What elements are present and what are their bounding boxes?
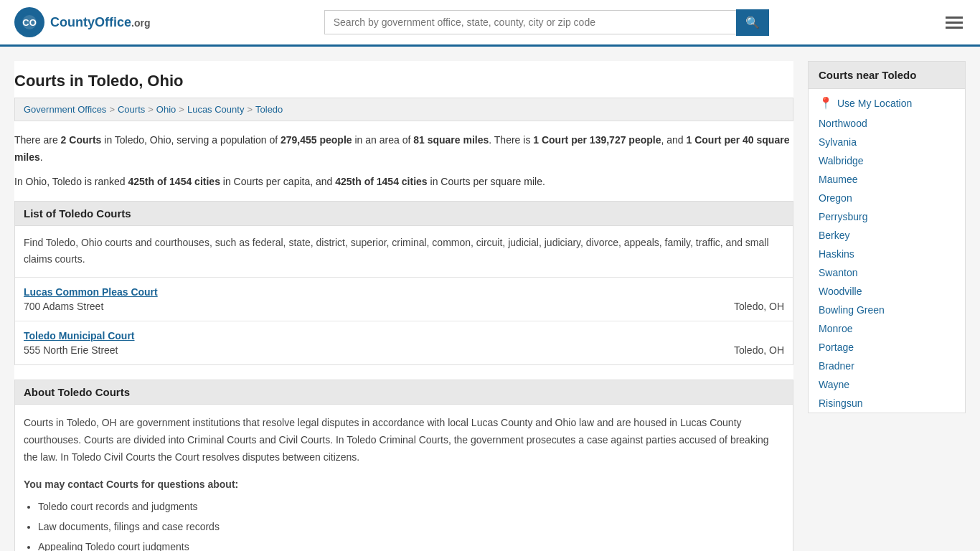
breadcrumb-sep-4: > [247,104,253,115]
court-item-2: Toledo Municipal Court 555 North Erie St… [15,321,793,364]
breadcrumb: Government Offices > Courts > Ohio > Luc… [14,98,793,121]
about-description: Courts in Toledo, OH are government inst… [24,415,784,466]
rank1: 425th of 1454 cities [128,176,220,187]
sidebar-item-portage: Portage [809,338,965,357]
courts-list: Find Toledo, Ohio courts and courthouses… [14,226,793,365]
content-area: Courts in Toledo, Ohio Government Office… [14,61,793,551]
court-1-name: Lucas Common Pleas Court [24,286,784,298]
area: 81 square miles [413,134,489,146]
search-button[interactable]: 🔍 [736,9,769,36]
per-capita: 1 Court per 139,727 people [533,134,661,146]
courts-list-header: List of Toledo Courts [14,201,793,226]
court-2-name: Toledo Municipal Court [24,330,784,342]
use-my-location-container: 📍 Use My Location [809,89,965,114]
search-input[interactable] [324,10,736,34]
sidebar-item-bowling-green: Bowling Green [809,301,965,319]
logo-text: CountyOffice.org [50,15,150,30]
rank2: 425th of 1454 cities [335,176,427,187]
sidebar-item-berkey: Berkey [809,226,965,245]
page-title-area: Courts in Toledo, Ohio [14,61,793,98]
breadcrumb-item-toledo[interactable]: Toledo [255,104,283,115]
court-2-city-state: Toledo, OH [734,344,784,356]
sidebar-title: Courts near Toledo [809,62,965,89]
contact-item-2: Law documents, filings and case records [38,519,784,536]
per-area: 1 Court per 40 square miles [14,134,789,163]
stats-paragraph-1: There are 2 Courts in Toledo, Ohio, serv… [14,132,793,166]
sidebar-item-walbridge: Walbridge [809,151,965,170]
sidebar-item-haskins: Haskins [809,245,965,263]
sidebar-item-maumee: Maumee [809,170,965,189]
court-2-details: 555 North Erie Street Toledo, OH [24,344,784,356]
sidebar-box: Courts near Toledo 📍 Use My Location Nor… [808,61,966,413]
sidebar-item-bradner: Bradner [809,357,965,375]
court-1-city-state: Toledo, OH [734,301,784,312]
logo-icon: CO [14,7,44,37]
contact-header: You may contact Courts for questions abo… [24,476,784,494]
about-section: About Toledo Courts Courts in Toledo, OH… [14,380,793,551]
breadcrumb-item-courts[interactable]: Courts [118,104,145,115]
sidebar-item-monroe: Monroe [809,319,965,338]
contact-item-1: Toledo court records and judgments [38,499,784,516]
breadcrumb-sep-3: > [179,104,184,115]
court-2-address: 555 North Erie Street [24,344,118,356]
stats-section: There are 2 Courts in Toledo, Ohio, serv… [14,121,793,201]
courts-list-section: List of Toledo Courts Find Toledo, Ohio … [14,201,793,365]
sidebar-item-woodville: Woodville [809,282,965,301]
breadcrumb-sep-1: > [109,104,115,115]
sidebar-item-northwood: Northwood [809,114,965,133]
court-1-address: 700 Adams Street [24,301,103,312]
sidebar: Courts near Toledo 📍 Use My Location Nor… [808,61,966,551]
sidebar-item-perrysburg: Perrysburg [809,207,965,226]
menu-bar-1 [946,17,963,19]
sidebar-item-oregon: Oregon [809,189,965,207]
sidebar-item-sylvania: Sylvania [809,133,965,151]
sidebar-item-swanton: Swanton [809,263,965,282]
court-item-1: Lucas Common Pleas Court 700 Adams Stree… [15,278,793,321]
breadcrumb-item-ohio[interactable]: Ohio [156,104,176,115]
stats-paragraph-2: In Ohio, Toledo is ranked 425th of 1454 … [14,174,793,191]
sidebar-item-wayne: Wayne [809,375,965,394]
sidebar-cities: Northwood Sylvania Walbridge Maumee Oreg… [809,114,965,413]
search-area: 🔍 [324,9,769,36]
breadcrumb-item-lucas-county[interactable]: Lucas County [187,104,245,115]
menu-bar-2 [946,22,963,24]
court-2-link[interactable]: Toledo Municipal Court [24,330,135,342]
svg-text:CO: CO [22,17,37,28]
menu-button[interactable] [943,14,966,32]
court-1-link[interactable]: Lucas Common Pleas Court [24,286,158,298]
court-1-details: 700 Adams Street Toledo, OH [24,301,784,312]
contact-item-3: Appealing Toledo court judgments [38,539,784,551]
sidebar-item-risingsun: Risingsun [809,394,965,413]
use-my-location-link[interactable]: Use My Location [837,98,912,109]
population: 279,455 people [281,134,352,146]
courts-description: Find Toledo, Ohio courts and courthouses… [15,226,793,278]
page-title: Courts in Toledo, Ohio [14,72,793,90]
main-container: Courts in Toledo, Ohio Government Office… [0,47,980,551]
location-pin-icon: 📍 [819,96,833,110]
breadcrumb-item-government-offices[interactable]: Government Offices [24,104,106,115]
breadcrumb-sep-2: > [148,104,154,115]
logo-area: CO CountyOffice.org [14,7,150,37]
about-header: About Toledo Courts [14,380,793,405]
menu-bar-3 [946,27,963,29]
about-content: Courts in Toledo, OH are government inst… [14,405,793,551]
site-header: CO CountyOffice.org 🔍 [0,0,980,47]
contact-list: Toledo court records and judgments Law d… [38,499,784,551]
courts-count: 2 Courts [61,134,102,146]
